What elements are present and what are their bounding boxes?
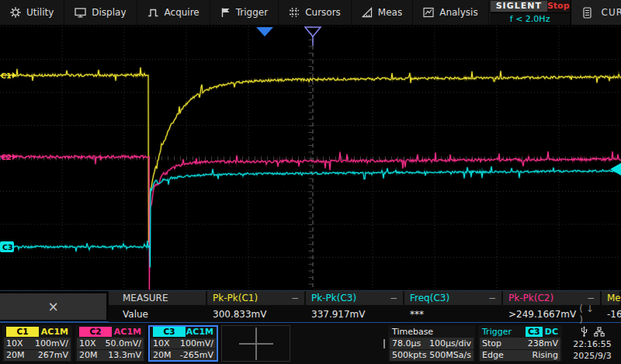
timebase-panel[interactable]: Timebase 78.0µs100µs/div 500kpts500MSa/s — [388, 325, 475, 362]
channel-marker-c2-label: C2 — [1, 153, 12, 161]
menu-acquire[interactable]: Acquire — [137, 0, 210, 25]
c2-attenuation: 10X — [79, 338, 96, 348]
trigger-level: 238mV — [528, 338, 558, 348]
monitor-icon — [75, 7, 86, 18]
c3-scale: 100mV/ — [180, 338, 213, 348]
c3-coupling: AC1M — [186, 327, 213, 337]
menu-display[interactable]: Display — [64, 0, 137, 25]
trigger-slope: Rising — [533, 350, 558, 360]
trigger-frequency: f < 2.0Hz — [491, 12, 570, 25]
menu-cursors-label: Cursors — [305, 7, 341, 18]
measure-panel: MEASURE Pk-Pk(C1) − Pk-Pk(C3) − Freq(C3)… — [0, 290, 621, 321]
timebase-memory-depth: 500kpts — [392, 350, 426, 360]
hash-icon — [289, 7, 300, 18]
remove-measure-2-button[interactable]: − — [390, 294, 397, 302]
c2-badge: C2 — [79, 327, 112, 337]
c2-offset: 13.3mV — [108, 350, 141, 360]
menu-acquire-label: Acquire — [165, 7, 199, 18]
lan-icon — [594, 327, 605, 337]
remove-measure-4-button[interactable]: − — [587, 294, 595, 302]
trigger-source-chip: C3 — [526, 327, 543, 337]
siglent-logo: SIGLENT — [491, 1, 547, 12]
list-icon — [583, 7, 592, 19]
measure-label-1: Pk-Pk(C1) — [213, 293, 258, 303]
c1-offset: 267mV — [38, 350, 68, 360]
c2-coupling: AC1M — [114, 327, 141, 337]
acquisition-state: Stop — [547, 1, 570, 12]
measure-value-5: -16.42432mV — [602, 307, 621, 322]
measure-title: MEASURE — [109, 291, 207, 307]
pulse-icon — [147, 7, 159, 18]
c3-bandwidth: 20M — [153, 350, 172, 360]
channel-marker-c2-arrow-icon — [12, 154, 16, 160]
top-menu-bar: Utility Display Acquire Trigger Cursors — [0, 0, 621, 25]
cursors-side-panel[interactable]: CURSORS — [571, 0, 621, 25]
channel-marker-c3-label: C3 — [2, 243, 13, 251]
measure-value-3: *** — [404, 307, 503, 322]
c1-bandwidth: 20M — [6, 350, 25, 360]
trigger-coupling: DC — [545, 327, 558, 337]
measure-slot-3[interactable]: Freq(C3) − — [404, 291, 503, 307]
c1-badge: C1 — [6, 327, 39, 337]
menu-utility[interactable]: Utility — [0, 0, 64, 25]
close-measure-panel-button[interactable]: × — [0, 293, 106, 320]
c3-offset: -265mV — [180, 350, 213, 360]
menu-utility-label: Utility — [26, 7, 54, 18]
menu-cursors[interactable]: Cursors — [279, 0, 352, 25]
usb-icon — [581, 326, 588, 337]
ruler-icon — [362, 7, 373, 18]
c1-coupling: AC1M — [41, 327, 68, 337]
status-spacer — [293, 325, 380, 362]
channel-marker-c1-label: C1 — [1, 71, 12, 80]
waveform-display-area[interactable]: C1 C2 C3 — [0, 25, 621, 290]
chart-icon — [423, 7, 434, 18]
c2-bandwidth: 20M — [79, 350, 98, 360]
timebase-scale: 100µs/div — [429, 338, 471, 348]
trigger-mode: Stop — [482, 338, 501, 348]
remove-measure-3-button[interactable]: − — [488, 294, 496, 302]
c1-scale: 100mV/ — [35, 338, 68, 348]
c3-attenuation: 10X — [153, 338, 170, 348]
trigger-panel[interactable]: Trigger C3 DC Stop238mV EdgeRising — [478, 325, 562, 362]
gear-icon — [10, 7, 21, 18]
c3-badge: C3 — [153, 327, 186, 337]
measure-slot-2[interactable]: Pk-Pk(C3) − — [306, 291, 404, 307]
timebase-title: Timebase — [392, 327, 433, 337]
add-channel-slot[interactable] — [221, 325, 290, 362]
plus-icon — [239, 328, 273, 360]
measure-label-5: Mean(C1) — [607, 293, 621, 303]
bottom-status-bar: C1 AC1M 10X100mV/ 20M267mV C2 AC1M 10X50… — [0, 321, 621, 364]
menu-display-label: Display — [92, 7, 126, 18]
status-block: SIGLENT Stop f < 2.0Hz — [491, 0, 570, 25]
menu-trigger-label: Trigger — [236, 7, 268, 18]
channel-marker-c1-arrow-icon — [12, 72, 16, 78]
menu-meas-label: Meas — [378, 7, 402, 18]
channel-marker-c1[interactable]: C1 — [1, 70, 16, 81]
timebase-delay: 78.0µs — [392, 338, 421, 348]
timebase-sample-rate: 500MSa/s — [429, 350, 471, 360]
c2-scale: 50.0mV/ — [106, 338, 141, 348]
remove-measure-1-button[interactable]: − — [291, 294, 299, 302]
channel-marker-c2[interactable]: C2 — [1, 151, 16, 162]
waveform-canvas — [0, 25, 621, 290]
horizontal-delay-marker — [256, 27, 273, 36]
menu-trigger[interactable]: Trigger — [210, 0, 279, 25]
measure-slot-1[interactable]: Pk-Pk(C1) − — [207, 291, 306, 307]
measure-value-2: 337.917mV — [306, 307, 404, 322]
measure-label-3: Freq(C3) — [410, 293, 449, 303]
menu-analysis-label: Analysis — [439, 7, 477, 18]
measure-value-1: 300.833mV — [207, 307, 306, 322]
menu-meas[interactable]: Meas — [352, 0, 413, 25]
measure-value-row-title: Value — [109, 307, 207, 322]
flag-icon — [220, 7, 231, 18]
trigger-title: Trigger — [482, 327, 512, 337]
trigger-type: Edge — [482, 350, 504, 360]
trigger-position-marker — [305, 27, 321, 36]
clock-panel: 22:16:55 2025/9/3 — [565, 325, 619, 362]
measure-slot-5[interactable]: Mean(C1) − — [602, 291, 621, 307]
menu-analysis[interactable]: Analysis — [413, 0, 488, 25]
channel-box-c2[interactable]: C2 AC1M 10X50.0mV/ 20M13.3mV — [75, 325, 145, 362]
channel-marker-c3[interactable]: C3 — [0, 241, 14, 252]
channel-box-c1[interactable]: C1 AC1M 10X100mV/ 20M267mV — [2, 325, 72, 362]
channel-box-c3[interactable]: C3 AC1M 10X100mV/ 20M-265mV — [148, 325, 218, 362]
